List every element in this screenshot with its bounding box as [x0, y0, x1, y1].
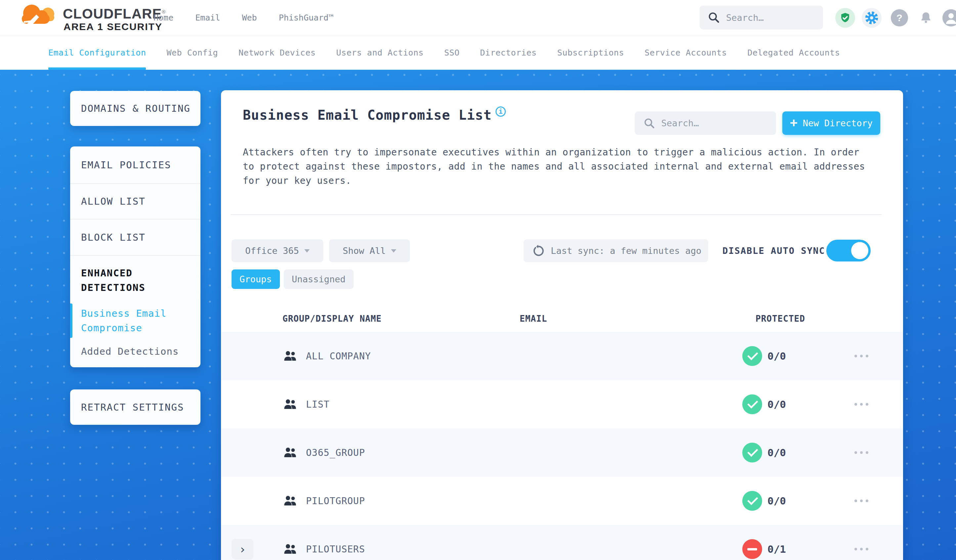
top-nav-email[interactable]: Email	[195, 13, 220, 22]
group-name: ALL COMPANY	[306, 332, 371, 380]
protected-count: 0/0	[767, 428, 786, 477]
search-icon	[708, 11, 720, 24]
sidebar-section-enhanced-detections: ENHANCED DETECTIONS Business Email Compr…	[70, 256, 200, 357]
search-icon	[643, 118, 655, 129]
help-button[interactable]: ?	[891, 9, 908, 27]
top-nav-web[interactable]: Web	[242, 13, 257, 22]
row-menu-button[interactable]	[854, 380, 868, 428]
new-directory-button[interactable]: + New Directory	[782, 111, 880, 135]
sidebar-item-retract-settings[interactable]: RETRACT SETTINGS	[70, 389, 200, 425]
tab-groups[interactable]: Groups	[231, 270, 280, 289]
chevron-down-icon	[304, 249, 310, 253]
sidebar-item-added-detections[interactable]: Added Detections	[81, 346, 190, 357]
group-icon	[283, 348, 298, 364]
gear-icon	[864, 11, 879, 25]
sidebar-item-business-email-compromise[interactable]: Business Email Compromise	[81, 306, 190, 335]
group-icon	[283, 445, 298, 460]
protected-count: 0/0	[767, 380, 786, 428]
row-menu-button[interactable]	[854, 477, 868, 525]
tab-unassigned[interactable]: Unassigned	[284, 270, 354, 289]
protected-status-check-icon	[742, 394, 762, 414]
settings-button[interactable]	[862, 8, 882, 28]
brand-name: CLOUDFLARE®	[63, 6, 166, 22]
refresh-icon	[531, 244, 545, 257]
bell-icon	[918, 11, 933, 25]
sidebar-menu-card: EMAIL POLICIES ALLOW LIST BLOCK LIST ENH…	[70, 146, 200, 367]
list-search[interactable]	[635, 111, 776, 135]
divider	[231, 214, 882, 215]
list-search-input[interactable]	[661, 118, 761, 128]
group-icon	[283, 397, 298, 412]
row-menu-button[interactable]	[854, 332, 868, 380]
protected-count: 0/1	[767, 525, 786, 560]
sidebar-item-block-list[interactable]: BLOCK LIST	[70, 220, 200, 256]
security-status-button[interactable]	[835, 8, 855, 28]
person-icon	[942, 9, 956, 27]
group-name: LIST	[306, 380, 329, 428]
show-filter-dropdown[interactable]: Show All	[329, 239, 410, 262]
top-nav-phishguard[interactable]: PhishGuard™	[279, 13, 334, 22]
top-nav: Home Email Web PhishGuard™	[154, 0, 333, 35]
tab-subscriptions[interactable]: Subscriptions	[557, 35, 624, 70]
page-title: Business Email Compromise Listi	[243, 107, 506, 122]
expand-row-button[interactable]: ›	[231, 539, 253, 559]
chevron-down-icon	[391, 249, 396, 253]
table-row: LIST 0/0	[221, 380, 903, 428]
group-name: O365_GROUP	[306, 428, 365, 477]
section-nav: Email Configuration Web Config Network D…	[0, 35, 956, 70]
row-menu-button[interactable]	[854, 525, 868, 560]
last-sync-button[interactable]: Last sync: a few minutes ago	[524, 239, 708, 262]
protected-status-check-icon	[742, 442, 762, 463]
table-row: ALL COMPANY 0/0	[221, 332, 903, 380]
sidebar-item-domains-routing[interactable]: DOMAINS & ROUTING	[70, 91, 200, 126]
account-button[interactable]	[942, 9, 956, 27]
top-bar: CLOUDFLARE® AREA 1 SECURITY Home Email W…	[0, 0, 956, 35]
column-header-email: EMAIL	[520, 314, 547, 324]
table-row: › PILOTUSERS 0/1	[221, 525, 903, 560]
top-nav-home[interactable]: Home	[154, 13, 173, 22]
directory-filter-dropdown[interactable]: Office 365	[231, 239, 323, 262]
table-row: O365_GROUP 0/0	[221, 428, 903, 477]
protected-status-check-icon	[742, 491, 762, 511]
auto-sync-toggle[interactable]	[826, 240, 871, 262]
group-name: PILOTGROUP	[306, 477, 365, 525]
group-table: ALL COMPANY 0/0 LIST 0/0 O365_	[221, 332, 903, 560]
toggle-knob	[851, 242, 868, 259]
brand-subtitle: AREA 1 SECURITY	[63, 21, 162, 32]
not-protected-status-minus-icon	[742, 539, 762, 559]
protected-count: 0/0	[767, 332, 786, 380]
protected-count: 0/0	[767, 477, 786, 525]
sidebar-item-allow-list[interactable]: ALLOW LIST	[70, 184, 200, 220]
column-header-protected: PROTECTED	[756, 314, 805, 324]
group-icon	[283, 541, 298, 557]
table-row: PILOTGROUP 0/0	[221, 477, 903, 525]
notifications-button[interactable]	[917, 9, 935, 27]
main-panel: Business Email Compromise Listi + New Di…	[221, 90, 903, 560]
table-header: GROUP/DISPLAY NAME EMAIL PROTECTED	[221, 309, 903, 328]
tab-email-configuration[interactable]: Email Configuration	[48, 35, 146, 70]
group-name: PILOTUSERS	[306, 525, 365, 560]
group-icon	[283, 493, 298, 508]
sidebar-item-enhanced-detections[interactable]: ENHANCED DETECTIONS	[81, 266, 190, 295]
tab-users-and-actions[interactable]: Users and Actions	[336, 35, 423, 70]
page-description: Attackers often try to impersonate execu…	[243, 145, 874, 188]
shield-check-icon	[839, 12, 851, 24]
tab-web-config[interactable]: Web Config	[167, 35, 218, 70]
tab-delegated-accounts[interactable]: Delegated Accounts	[747, 35, 840, 70]
active-item-indicator	[70, 303, 72, 338]
tab-sso[interactable]: SSO	[444, 35, 460, 70]
row-menu-button[interactable]	[854, 428, 868, 477]
global-search[interactable]	[700, 6, 823, 30]
column-header-name: GROUP/DISPLAY NAME	[283, 314, 382, 324]
tab-network-devices[interactable]: Network Devices	[239, 35, 316, 70]
global-search-input[interactable]	[726, 13, 805, 23]
protected-status-check-icon	[742, 346, 762, 366]
info-icon[interactable]: i	[495, 107, 506, 117]
tab-service-accounts[interactable]: Service Accounts	[645, 35, 727, 70]
cloudflare-logo-icon	[17, 2, 59, 32]
auto-sync-label: DISABLE AUTO SYNC	[722, 239, 825, 262]
sidebar-item-email-policies[interactable]: EMAIL POLICIES	[70, 146, 200, 184]
question-mark-icon: ?	[896, 12, 903, 24]
tab-directories[interactable]: Directories	[480, 35, 536, 70]
